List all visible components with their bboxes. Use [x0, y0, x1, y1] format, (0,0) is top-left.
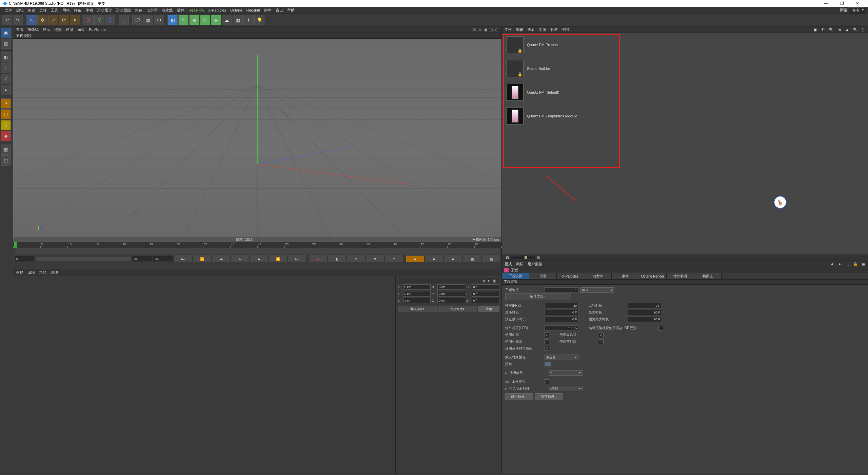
menu-样条[interactable]: 样条: [72, 8, 83, 13]
viewport-tab[interactable]: 透视视图: [13, 33, 501, 39]
attr-ic4[interactable]: 🔒: [853, 262, 858, 266]
menu-脚本[interactable]: 脚本: [262, 8, 274, 13]
pen-tool-button[interactable]: ✎: [178, 15, 189, 25]
scale-tool[interactable]: ⤢: [48, 15, 58, 25]
polygon-mode[interactable]: ▲: [1, 85, 11, 95]
key-pos-button[interactable]: ⊕: [347, 255, 365, 262]
keymode-2[interactable]: ◆: [425, 255, 443, 262]
anim-checkbox[interactable]: ✓: [545, 332, 549, 337]
goto-start-button[interactable]: ⏮: [174, 255, 192, 262]
uv-mode[interactable]: ◫: [1, 109, 11, 119]
attr-tab-6[interactable]: 待办事项: [667, 273, 694, 279]
scale-project-button[interactable]: 缩放工程...: [505, 293, 571, 300]
size-z-field[interactable]: 0 cm: [437, 298, 465, 303]
om-menu-对象[interactable]: 对象: [539, 27, 547, 32]
om-menu-查看[interactable]: 查看: [528, 27, 535, 32]
attr-tab-2[interactable]: X-Particles: [557, 273, 584, 279]
workplane-mode[interactable]: ▦: [1, 145, 11, 155]
current-frame-field[interactable]: 90 F: [153, 256, 173, 262]
object-mode[interactable]: ◧: [1, 52, 11, 62]
om-ic2[interactable]: 👁: [821, 27, 825, 32]
rot-h-field[interactable]: 0 °: [472, 284, 499, 290]
pmax-field[interactable]: 90 F: [628, 317, 662, 322]
keymode-1[interactable]: ◆: [406, 255, 424, 262]
coord-ic3[interactable]: ▣: [492, 278, 497, 283]
vp-menu-摄像机[interactable]: 摄像机: [27, 27, 39, 32]
rotate-tool[interactable]: ⟳: [59, 15, 69, 25]
attr-nav-back[interactable]: ◄: [830, 262, 834, 266]
misc-mode[interactable]: ⬚: [1, 155, 11, 166]
def-checkbox[interactable]: ✓: [599, 339, 604, 344]
menu-插件[interactable]: 插件: [175, 8, 186, 13]
material-manager[interactable]: [13, 276, 395, 474]
om-menu-标签[interactable]: 标签: [551, 27, 558, 32]
render-settings-button[interactable]: ⚙: [154, 15, 164, 25]
menu-帮助[interactable]: 帮助: [285, 8, 297, 13]
minimize-button[interactable]: —: [818, 1, 834, 6]
om-item-0[interactable]: Quartz FM Presets: [502, 33, 868, 57]
generator-button[interactable]: ⬡: [200, 15, 210, 25]
move-tool[interactable]: ✥: [37, 15, 47, 25]
vp-menu-面板[interactable]: 面板: [77, 27, 85, 32]
coord-menu-1[interactable]: -: [400, 279, 402, 283]
vp-split-icon[interactable]: ◫: [489, 27, 493, 32]
om-item-2[interactable]: Quartz FM (default): [502, 80, 868, 104]
vp-max-icon[interactable]: ▢: [494, 27, 499, 32]
menu-选择[interactable]: 选择: [37, 8, 49, 13]
keymode-3[interactable]: ◆: [444, 255, 462, 262]
cube-primitive-button[interactable]: ◧: [167, 15, 178, 25]
om-ic1[interactable]: ▣: [813, 27, 817, 32]
mat-menu-功能[interactable]: 功能: [39, 270, 46, 275]
goto-end-button[interactable]: ⏭: [288, 255, 306, 262]
autokey-button[interactable]: ◐: [328, 255, 346, 262]
om-ic6[interactable]: 🔍: [853, 27, 858, 32]
layout-dropdown[interactable]: 启动▾: [849, 7, 865, 13]
pmin-field[interactable]: 0 F: [545, 317, 578, 322]
edge-mode[interactable]: ╱: [1, 74, 11, 84]
nurbs-button[interactable]: ◉: [189, 15, 199, 25]
menu-X-Particles[interactable]: X-Particles: [206, 8, 228, 12]
redo-button[interactable]: ↷: [13, 15, 23, 25]
coord-space-dropdown[interactable]: 世界坐标 ▾: [398, 306, 437, 312]
menu-窗口[interactable]: 窗口: [274, 8, 285, 13]
menu-运动跟踪[interactable]: 运动跟踪: [114, 8, 133, 13]
menu-运动图形[interactable]: 运动图形: [95, 8, 114, 13]
om-menu-书签[interactable]: 书签: [562, 27, 570, 32]
next-key-button[interactable]: ⏩: [269, 255, 287, 262]
next-frame-button[interactable]: ▶: [250, 255, 268, 262]
menu-流水线[interactable]: 流水线: [160, 8, 175, 13]
color-swatch[interactable]: [545, 362, 551, 366]
menu-体积[interactable]: 体积: [83, 8, 95, 13]
camera-button[interactable]: ▦: [233, 15, 243, 25]
size-x-field[interactable]: 0 cm: [437, 284, 465, 290]
attr-menu-模式[interactable]: 模式: [505, 262, 512, 267]
linear-checkbox[interactable]: ✓: [545, 379, 549, 384]
colorspace-dropdown[interactable]: sRGB: [549, 386, 583, 391]
scale-field[interactable]: 1: [545, 287, 578, 293]
menu-RealFlow[interactable]: RealFlow: [186, 8, 206, 12]
mat-menu-纹理[interactable]: 纹理: [51, 270, 58, 275]
mat-menu-编辑[interactable]: 编辑: [27, 270, 35, 275]
menu-工具[interactable]: 工具: [49, 8, 60, 13]
om-ic5[interactable]: ▲: [845, 27, 849, 32]
maximize-button[interactable]: ❐: [834, 1, 850, 6]
mat-menu-创建[interactable]: 创建: [16, 270, 23, 275]
vp-menu-过滤[interactable]: 过滤: [66, 27, 73, 32]
om-ic4[interactable]: ◄: [837, 27, 841, 32]
pos-z-field[interactable]: 0 cm: [403, 298, 431, 303]
attr-tab-4[interactable]: 参考: [612, 273, 639, 279]
timeline-ruler[interactable]: 051015202530354045505560657075808590: [13, 242, 501, 248]
vp-config-icon[interactable]: ▣: [483, 27, 488, 32]
rot-p-field[interactable]: 0 °: [472, 291, 499, 297]
render-view-button[interactable]: 🎬: [132, 15, 142, 25]
load-preset-button[interactable]: 载入预设...: [505, 393, 533, 400]
om-menu-文件[interactable]: 文件: [505, 27, 512, 32]
coord-ic1[interactable]: ◄: [481, 278, 486, 283]
vp-menu-显示[interactable]: 显示: [43, 27, 50, 32]
menu-文件[interactable]: 文件: [3, 8, 14, 13]
recent-tool[interactable]: ✦: [70, 15, 80, 25]
bulb-button[interactable]: 💡: [254, 15, 264, 25]
clip-dropdown[interactable]: 中: [549, 370, 583, 376]
select-tool[interactable]: ↖: [26, 15, 37, 25]
coord-apply-button[interactable]: 应用: [478, 306, 499, 312]
